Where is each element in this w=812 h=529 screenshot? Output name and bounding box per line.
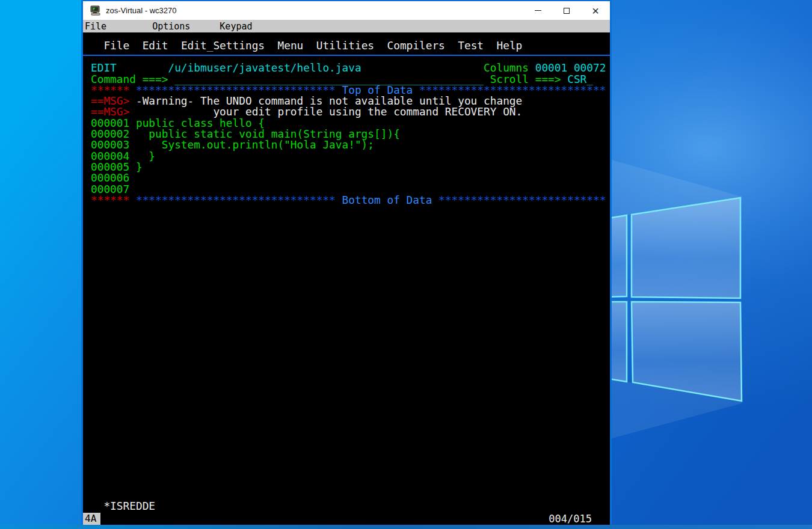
- taskbar-sliver: [0, 525, 812, 529]
- ispf-menu-compilers[interactable]: Compilers: [374, 39, 445, 52]
- window-controls: ×: [523, 1, 610, 20]
- window-menubar: FileOptionsKeypad: [83, 20, 610, 32]
- ispf-status-line: *ISREDDE: [91, 501, 155, 512]
- minimize-button[interactable]: [523, 1, 552, 20]
- ispf-menu-test[interactable]: Test: [445, 39, 484, 52]
- ispf-menu-menu[interactable]: Menu: [265, 39, 303, 52]
- oia-status-indicator: 4A: [83, 513, 100, 526]
- ispf-menu-file[interactable]: File: [91, 39, 129, 52]
- maximize-button[interactable]: [552, 1, 581, 20]
- wc3270-app-icon: [90, 5, 101, 16]
- close-button[interactable]: ×: [581, 1, 610, 20]
- terminal-row[interactable]: 000003 System.out.println("Hola Java!");: [91, 139, 610, 150]
- ispf-menu-utilities[interactable]: Utilities: [303, 39, 374, 52]
- menu-keypad[interactable]: Keypad: [220, 21, 252, 32]
- ispf-action-bar: File Edit Edit_Settings Menu Utilities C…: [91, 40, 610, 51]
- menu-file[interactable]: File: [85, 21, 106, 32]
- ispf-menu-help[interactable]: Help: [484, 39, 522, 52]
- terminal-row[interactable]: 000004 }: [91, 151, 610, 162]
- app-window: zos-Virtual - wc3270 × FileOptionsKeypad…: [81, 0, 612, 529]
- window-titlebar[interactable]: zos-Virtual - wc3270 ×: [83, 1, 610, 20]
- terminal-row[interactable]: ****** ******************************* B…: [91, 195, 610, 206]
- maximize-icon: [564, 8, 570, 14]
- oia-cursor-position: 004/015: [549, 513, 592, 524]
- ispf-menu-edit[interactable]: Edit: [129, 39, 168, 52]
- window-title: zos-Virtual - wc3270: [106, 6, 177, 15]
- ispf-separator: [83, 55, 610, 56]
- terminal-rows: EDIT /u/ibmuser/javatest/hello.java Colu…: [91, 63, 610, 206]
- minimize-icon: [535, 10, 541, 11]
- terminal-row[interactable]: 000006: [91, 173, 610, 183]
- menu-options[interactable]: Options: [152, 21, 190, 32]
- terminal-screen[interactable]: File Edit Edit_Settings Menu Utilities C…: [83, 32, 610, 527]
- ispf-menu-edit_settings[interactable]: Edit_Settings: [168, 39, 265, 52]
- terminal-row[interactable]: 000005 }: [91, 162, 610, 173]
- close-icon: ×: [592, 5, 599, 17]
